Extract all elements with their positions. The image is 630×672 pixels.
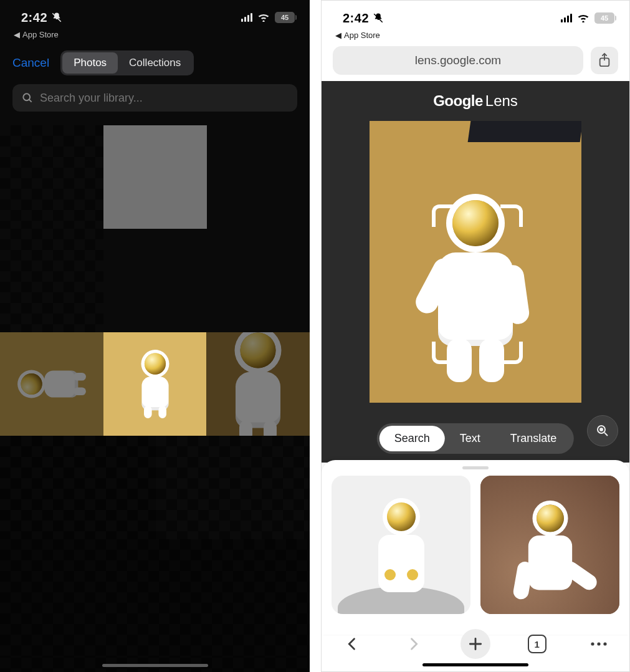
google-lens-screen: 2:42 45 ◀App Store lens.google.com Googl… (321, 0, 630, 672)
status-bar-right: 2:42 45 (322, 1, 629, 33)
photo-thumb-astronaut-close[interactable] (206, 332, 310, 436)
svg-line-2 (29, 100, 32, 102)
image-dark-edge (468, 121, 581, 142)
library-search-input[interactable] (40, 92, 289, 105)
browser-url-row: lens.google.com (322, 40, 629, 75)
photo-thumb-astronaut-side[interactable] (0, 332, 103, 436)
result-cards-row (332, 476, 619, 614)
svg-point-7 (591, 642, 594, 645)
photo-thumb-blurred[interactable] (0, 229, 103, 332)
picker-header: Cancel Photos Collections (0, 39, 310, 84)
back-triangle-icon: ◀ (335, 31, 341, 40)
screenshot-divider (310, 0, 321, 672)
photo-grid[interactable] (0, 125, 310, 672)
photo-row-astronaut (0, 332, 310, 436)
silent-bell-icon (51, 12, 62, 23)
cancel-button[interactable]: Cancel (12, 56, 49, 70)
home-indicator[interactable] (102, 664, 208, 667)
crop-handle-br[interactable] (500, 342, 523, 364)
crop-handle-tr[interactable] (500, 204, 523, 227)
svg-point-8 (597, 642, 600, 645)
logo-google-text: Google (433, 92, 483, 109)
lens-viewer-area: GoogleLens Search Text Translate (322, 81, 629, 463)
photo-thumb-blurred[interactable] (0, 125, 103, 229)
mode-search[interactable]: Search (379, 426, 445, 451)
lens-mode-selector: Search Text Translate (377, 423, 574, 454)
astronaut-figure-icon (528, 505, 571, 590)
mode-text[interactable]: Text (445, 426, 495, 451)
astronaut-figure-icon (135, 353, 174, 415)
photo-thumb-blurred[interactable] (0, 539, 310, 658)
picker-segmented-control: Photos Collections (60, 50, 194, 75)
google-lens-logo: GoogleLens (322, 92, 629, 110)
astronaut-figure-icon (21, 365, 82, 404)
lens-uploaded-image[interactable] (370, 121, 581, 403)
home-indicator[interactable] (422, 663, 528, 666)
url-domain-text: lens.google.com (415, 54, 501, 67)
photo-thumb-blurred[interactable] (103, 125, 207, 229)
status-time: 2:42 (21, 11, 62, 25)
crop-handle-bl[interactable] (432, 342, 454, 364)
result-card[interactable] (480, 476, 619, 614)
lens-results-panel[interactable] (322, 460, 629, 635)
clock-text: 2:42 (21, 11, 47, 25)
safari-toolbar: 1 (322, 624, 629, 664)
astronaut-figure-icon (378, 502, 424, 592)
status-right-icons: 45 (561, 12, 614, 24)
status-bar-left: 2:42 45 (0, 0, 310, 32)
tabs-button[interactable]: 1 (522, 629, 552, 659)
nav-forward-button[interactable] (399, 629, 429, 659)
back-app-label: App Store (344, 31, 380, 40)
mode-translate[interactable]: Translate (495, 426, 571, 451)
new-tab-button[interactable] (461, 629, 490, 659)
tabs-count: 1 (535, 639, 540, 650)
astronaut-figure-icon (226, 333, 291, 436)
status-time: 2:42 (343, 11, 384, 26)
cellular-icon (561, 14, 572, 22)
svg-point-6 (600, 428, 603, 431)
silent-bell-icon (373, 12, 384, 24)
back-triangle-icon: ◀ (14, 30, 20, 39)
svg-point-1 (23, 94, 30, 100)
status-right-icons: 45 (241, 12, 295, 23)
back-to-app-link[interactable]: ◀App Store (322, 31, 629, 40)
segment-photos[interactable]: Photos (62, 52, 118, 74)
share-button[interactable] (591, 47, 618, 74)
back-app-label: App Store (22, 30, 59, 39)
nav-back-button[interactable] (337, 629, 367, 659)
search-icon (21, 92, 34, 104)
segment-collections[interactable]: Collections (118, 52, 192, 74)
clock-text: 2:42 (343, 11, 369, 26)
library-search-bar[interactable] (12, 84, 297, 112)
svg-point-9 (603, 642, 606, 645)
photo-thumb-blurred[interactable] (0, 436, 156, 539)
lens-search-accent-button[interactable] (587, 415, 618, 446)
wifi-icon (257, 12, 270, 22)
url-bar[interactable]: lens.google.com (333, 46, 583, 75)
cellular-icon (241, 13, 252, 22)
back-to-app-link[interactable]: ◀App Store (0, 30, 310, 39)
battery-indicator: 45 (594, 12, 614, 24)
crop-handle-tl[interactable] (432, 204, 454, 227)
more-menu-button[interactable] (584, 629, 614, 659)
photos-picker-screen: 2:42 45 ◀App Store Cancel Photos Collect… (0, 0, 310, 672)
photo-thumb-astronaut-selected[interactable] (103, 332, 207, 436)
result-card[interactable] (332, 476, 470, 614)
photo-thumb-blurred[interactable] (156, 436, 310, 539)
logo-lens-text: Lens (485, 92, 518, 109)
wifi-icon (577, 13, 589, 23)
battery-indicator: 45 (275, 12, 295, 23)
drag-handle[interactable] (462, 466, 489, 469)
